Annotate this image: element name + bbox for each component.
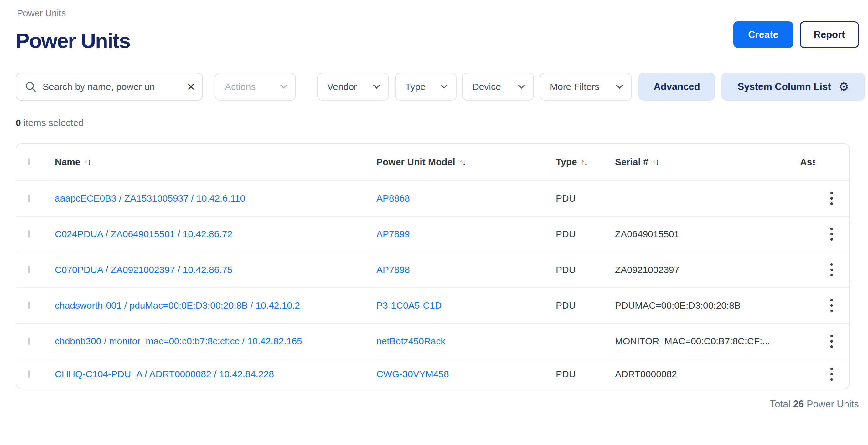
row-checkbox[interactable]: [28, 266, 30, 273]
row-actions-kebab-icon[interactable]: [823, 181, 840, 216]
table-row: aaapcECE0B3 / ZA1531005937 / 10.42.6.110…: [16, 180, 849, 216]
column-header-name: Name: [55, 157, 81, 167]
serial-value: MONITOR_MAC=00:C0:B7:8C:CF:...: [615, 336, 800, 347]
row-checkbox[interactable]: [28, 230, 30, 238]
table-row: CHHQ-C104-PDU_A / ADRT0000082 / 10.42.84…: [16, 359, 849, 389]
power-unit-name-link[interactable]: C070PDUA / ZA0921002397 / 10.42.86.75: [55, 265, 232, 275]
chevron-down-icon: [441, 82, 447, 89]
actions-dropdown[interactable]: Actions: [215, 73, 296, 100]
table-row: C070PDUA / ZA0921002397 / 10.42.86.75 AP…: [16, 251, 849, 287]
column-header-model: Power Unit Model: [376, 157, 455, 167]
selection-summary: 0 items selected: [16, 118, 868, 128]
search-input[interactable]: [42, 82, 187, 92]
row-checkbox[interactable]: [28, 302, 30, 309]
actions-dropdown-label: Actions: [225, 82, 255, 92]
row-actions-kebab-icon[interactable]: [823, 359, 840, 389]
report-button[interactable]: Report: [800, 21, 859, 48]
device-filter-label: Device: [472, 82, 501, 92]
type-value: PDU: [556, 265, 615, 275]
chevron-down-icon: [518, 82, 525, 89]
serial-value: ZA0921002397: [615, 265, 800, 275]
power-unit-model-link[interactable]: CWG-30VYM458: [376, 369, 449, 379]
type-filter-dropdown[interactable]: Type: [395, 73, 457, 100]
system-column-list-button[interactable]: System Column List ⚙: [721, 73, 865, 100]
type-value: PDU: [556, 193, 615, 204]
power-unit-name-link[interactable]: C024PDUA / ZA0649015501 / 10.42.86.72: [55, 229, 232, 239]
power-unit-model-link[interactable]: netBotz450Rack: [376, 336, 445, 346]
power-unit-model-link[interactable]: AP8868: [376, 193, 410, 203]
row-checkbox[interactable]: [28, 195, 30, 202]
type-value: PDU: [556, 369, 615, 380]
power-unit-name-link[interactable]: aaapcECE0B3 / ZA1531005937 / 10.42.6.110: [55, 193, 245, 203]
sort-icon[interactable]: ↑↓: [581, 157, 587, 167]
serial-value: PDUMAC=00:0E:D3:00:20:8B: [615, 300, 800, 311]
device-filter-dropdown[interactable]: Device: [462, 73, 534, 100]
vendor-filter-dropdown[interactable]: Vendor: [317, 73, 389, 100]
row-actions-kebab-icon[interactable]: [823, 324, 840, 359]
page-title: Power Units: [16, 29, 130, 53]
power-unit-name-link[interactable]: CHHQ-C104-PDU_A / ADRT0000082 / 10.42.84…: [55, 369, 274, 379]
chevron-down-icon: [616, 82, 623, 89]
search-icon: [24, 81, 37, 93]
vendor-filter-label: Vendor: [327, 82, 357, 92]
total-suffix: Power Units: [807, 398, 859, 410]
type-filter-label: Type: [405, 82, 426, 92]
serial-value: ZA0649015501: [615, 229, 800, 239]
select-all-checkbox[interactable]: [28, 158, 30, 166]
total-count: 26: [793, 398, 804, 410]
table-row: chdbnb300 / monitor_mac=00:c0:b7:8c:cf:c…: [16, 323, 849, 359]
total-prefix: Total: [770, 398, 790, 410]
sort-icon[interactable]: ↑↓: [459, 157, 465, 167]
row-actions-kebab-icon[interactable]: [823, 252, 840, 287]
row-actions-kebab-icon[interactable]: [823, 288, 840, 323]
column-header-asset-truncated: Ass: [800, 157, 815, 167]
type-value: PDU: [556, 229, 615, 239]
power-units-table: Name ↑↓ Power Unit Model ↑↓ Type ↑↓ Seri…: [16, 143, 850, 389]
chevron-down-icon: [373, 82, 380, 89]
advanced-button-label: Advanced: [653, 81, 700, 92]
table-row: C024PDUA / ZA0649015501 / 10.42.86.72 AP…: [16, 216, 849, 251]
sort-icon[interactable]: ↑↓: [652, 157, 658, 167]
table-header-row: Name ↑↓ Power Unit Model ↑↓ Type ↑↓ Seri…: [16, 144, 849, 180]
total-count-summary: Total 26 Power Units: [0, 398, 859, 410]
system-column-list-label: System Column List: [737, 81, 831, 92]
power-unit-name-link[interactable]: chdbnb300 / monitor_mac=00:c0:b7:8c:cf:c…: [55, 336, 302, 346]
row-actions-kebab-icon[interactable]: [823, 216, 840, 251]
gear-icon: ⚙: [838, 81, 849, 93]
clear-search-icon[interactable]: ×: [187, 80, 195, 93]
row-checkbox[interactable]: [28, 370, 30, 378]
power-unit-model-link[interactable]: AP7898: [376, 265, 410, 275]
breadcrumb[interactable]: Power Units: [17, 8, 130, 19]
advanced-button[interactable]: Advanced: [639, 73, 715, 100]
more-filters-label: More Filters: [550, 82, 599, 92]
selection-label: items selected: [24, 118, 84, 128]
power-unit-model-link[interactable]: AP7899: [376, 229, 410, 239]
serial-value: ADRT0000082: [615, 369, 800, 380]
sort-icon[interactable]: ↑↓: [84, 157, 91, 167]
create-button[interactable]: Create: [733, 21, 793, 48]
more-filters-dropdown[interactable]: More Filters: [540, 73, 632, 100]
column-header-serial: Serial #: [615, 157, 649, 167]
power-unit-model-link[interactable]: P3-1C0A5-C1D: [376, 300, 441, 310]
type-value: PDU: [556, 300, 615, 311]
column-header-type: Type: [556, 157, 577, 167]
table-row: chadsworth-001 / pduMac=00:0E:D3:00:20:8…: [16, 287, 849, 323]
power-unit-name-link[interactable]: chadsworth-001 / pduMac=00:0E:D3:00:20:8…: [55, 300, 300, 310]
search-box[interactable]: ×: [16, 73, 203, 100]
row-checkbox[interactable]: [28, 337, 30, 345]
page-header: Power Units Power Units Create Report: [16, 8, 859, 53]
selection-count: 0: [16, 118, 21, 128]
chevron-down-icon: [280, 82, 287, 89]
toolbar: × Actions Vendor Type Device More Filter…: [16, 73, 868, 100]
